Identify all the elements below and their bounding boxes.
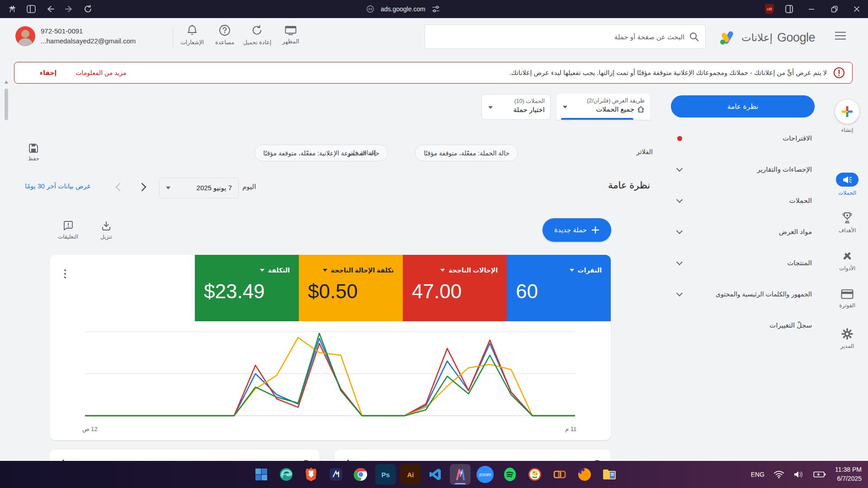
metric-conversions[interactable]: الإحالات الناجحة 47.00 [403, 255, 507, 321]
help-button[interactable]: مساعدة [207, 24, 242, 46]
sidebar-item-insights-reports[interactable]: الإحصاءات والتقارير [671, 160, 815, 179]
view-selector-value: جميع الحملات [596, 105, 634, 113]
vscode-icon[interactable] [425, 464, 446, 485]
create-plus-icon[interactable] [835, 99, 859, 124]
alert-hide-link[interactable]: إخفاء [40, 69, 57, 76]
url-text[interactable]: ads.google.com [381, 5, 425, 13]
duckduckgo-icon[interactable] [524, 464, 545, 485]
appearance-button[interactable]: المظهر [273, 24, 308, 45]
date-picker[interactable]: 7 يونيو 2025 [159, 178, 239, 198]
hamburger-menu-icon[interactable] [835, 32, 846, 42]
illustrator-icon[interactable]: Ai [400, 464, 421, 485]
rail-create[interactable]: إنشاء [826, 99, 868, 133]
sidebar-item-audience-keywords-content[interactable]: الجمهور والكلمات الرئيسية والمحتوى [671, 284, 815, 304]
rail-campaigns[interactable]: الحملات [826, 173, 868, 196]
feedback-button[interactable]: التعليقات [58, 221, 78, 240]
link-icon [366, 5, 374, 13]
home-icon [637, 106, 645, 113]
vmware-icon[interactable] [549, 464, 570, 485]
forward-button[interactable] [61, 3, 77, 15]
reload-page-button[interactable]: إعادة تحميل [240, 24, 275, 46]
sidebar-overview-button[interactable]: نظرة عامة [671, 95, 815, 117]
start-button[interactable] [251, 464, 272, 485]
rail-goals[interactable]: الأهداف [826, 211, 868, 234]
notifications-button[interactable]: الإشعارات [175, 24, 210, 46]
chrome-icon[interactable] [350, 464, 371, 485]
battery-icon[interactable] [813, 471, 826, 478]
last-30-days-link[interactable]: عرض بيانات آخر 30 يومًا [25, 183, 91, 190]
billing-card-icon [841, 289, 854, 299]
add-filter-button[interactable]: إضافة فلتر [347, 149, 376, 156]
rail-create-label: إنشاء [841, 127, 854, 133]
close-button[interactable] [849, 3, 864, 15]
tune-icon[interactable] [432, 5, 440, 13]
next-day-chevron[interactable] [138, 182, 148, 192]
alert-message: لا يتم عرض أيٍّ من إعلاناتك - حملاتك ومج… [133, 69, 827, 76]
notifications-label: الإشعارات [180, 39, 204, 46]
sidebar-item-products[interactable]: المنتجات [671, 253, 815, 273]
new-campaign-button[interactable]: حملة جديدة [542, 218, 611, 242]
spotify-icon[interactable] [500, 464, 520, 485]
search-icon [689, 32, 699, 42]
back-button[interactable] [42, 3, 58, 15]
search-input[interactable] [431, 33, 684, 41]
side-panel-icon[interactable] [781, 3, 797, 15]
taskbar-clock[interactable]: 11:38 PM 6/7/2025 [835, 465, 862, 483]
files-icon[interactable] [599, 464, 620, 485]
metric-clicks[interactable]: النقرات 60 [507, 255, 611, 321]
sidebar-item-campaigns[interactable]: الحملات [671, 191, 815, 211]
appearance-label: المظهر [282, 38, 299, 45]
account-info[interactable]: 972-501-0091 ...hamedalsayed22@gmail.com [15, 26, 136, 46]
photoshop-icon[interactable]: Ps [375, 464, 396, 485]
page-scrollbar[interactable] [4, 72, 9, 461]
previous-day-chevron[interactable] [113, 182, 123, 192]
filter-chip-campaign-status[interactable]: حالة الحملة: مفعّلة، متوقفة مؤقتًا [415, 145, 518, 161]
sidebar-item-suggestions[interactable]: الاقتراحات [671, 128, 815, 148]
sidebar-item-label: الإحصاءات والتقارير [757, 165, 812, 174]
search-box[interactable] [425, 24, 706, 49]
language-indicator[interactable]: ENG [751, 471, 764, 478]
filter-bar: الفلاتر حالة الحملة: مفعّلة، متوقفة مؤقت… [0, 143, 660, 163]
alert-more-info-link[interactable]: مزيد من المعلومات [75, 69, 126, 76]
download-button[interactable]: تنزيل [100, 221, 112, 240]
firefox-icon[interactable] [574, 464, 595, 485]
zoom-icon[interactable]: zoom [475, 464, 495, 485]
brave-icon[interactable] [301, 464, 321, 485]
metric-cost[interactable]: التكلفة $23.49 [195, 255, 299, 321]
google-ads-logo: إعلانات Google [719, 30, 815, 45]
scrollbar-up-arrow[interactable] [5, 80, 8, 84]
ublock-extension-icon[interactable]: uB [765, 4, 774, 14]
dropdown-arrow-icon [570, 269, 574, 272]
sidebar-item-assets[interactable]: مواد العرض [671, 222, 815, 242]
metric-cost-per-conversion[interactable]: تكلفة الإحالة الناجحة $0.50 [299, 255, 403, 321]
dropdown-arrow-icon [323, 269, 327, 272]
date-range-label: اليوم [242, 183, 256, 191]
dropdown-arrow-icon [260, 269, 264, 272]
scrollbar-thumb[interactable] [5, 89, 8, 120]
save-button[interactable]: حفظ [28, 143, 39, 162]
reload-button[interactable] [80, 3, 96, 15]
active-browser-icon[interactable] [450, 464, 471, 485]
view-mode-selector[interactable]: طريقة العرض (فلتران/2) جميع الحملات [557, 94, 650, 120]
sidebar-item-change-history[interactable]: سجلّ التغييرات [671, 315, 815, 335]
dark-app-icon[interactable] [326, 464, 346, 485]
restore-button[interactable] [826, 3, 842, 15]
account-id: 972-501-0091 [41, 26, 136, 36]
rail-billing[interactable]: الفوترة [826, 289, 868, 309]
minimize-button[interactable] [804, 3, 819, 15]
avatar[interactable] [15, 26, 35, 46]
app-rail: إنشاء الحملات الأهداف الأدوات الفوترة [826, 90, 868, 461]
wifi-icon[interactable] [774, 470, 784, 479]
card-menu-kebab[interactable] [64, 269, 66, 278]
rail-tools[interactable]: الأدوات [826, 250, 868, 272]
sidebar-toggle-icon[interactable] [24, 3, 39, 15]
metric-value: 47.00 [412, 280, 498, 303]
active-tab-underline [561, 118, 633, 120]
volume-icon[interactable] [793, 470, 804, 479]
tools-icon [841, 250, 853, 262]
campaign-selector[interactable]: الحملات (10) اختيار حملة [481, 94, 551, 120]
edge-icon[interactable] [276, 464, 297, 485]
account-email: ...hamedalsayed22@gmail.com [41, 36, 136, 46]
new-campaign-label: حملة جديدة [554, 226, 587, 234]
rail-admin[interactable]: المدير [826, 328, 868, 349]
